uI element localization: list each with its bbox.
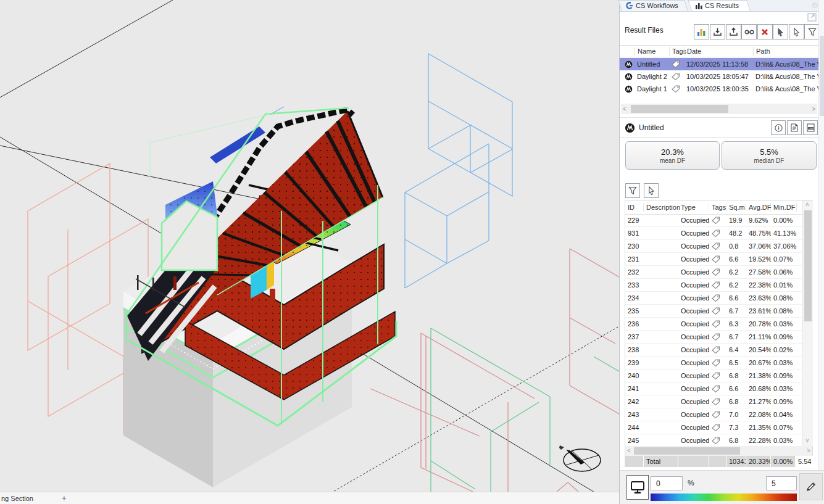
svg-text:CSV: CSV [808,128,813,130]
tab-label: CS Workflows [636,2,678,9]
files-horizontal-scrollbar[interactable]: < > [621,104,817,114]
tag-icon [712,398,720,405]
zone-avg: 21.27% [746,398,771,405]
total-overall: 5.54 [796,456,814,467]
zone-col-tags[interactable]: Tags [709,203,726,212]
col-tags[interactable]: Tags [669,47,684,56]
zone-sqm: 6.8 [726,372,746,379]
filter-funnel-icon [808,28,817,36]
result-file-row[interactable]: Daylight 210/03/2025 18:05:47D:\lit& Acu… [620,70,818,83]
zone-row[interactable]: 238Occupied6.420.54%0.02% [625,344,802,357]
climatestudio-window: ng Section + CS Workflows [0,0,824,504]
cursor-filled-icon [776,28,784,36]
tag-icon [712,255,720,263]
import-result-button[interactable] [710,24,725,39]
file-name: Daylight 2 [635,73,669,80]
zone-type: Occupied [678,242,709,250]
zone-col-avgdf[interactable]: Avg.DF [746,203,771,212]
mean-df-value: 20.3% [661,147,684,157]
zone-avg: 23.61% [746,307,771,315]
zone-col-sqm[interactable]: Sq.m [726,203,746,212]
result-file-row[interactable]: Daylight 110/03/2025 18:00:35D:\lit& Acu… [620,83,818,95]
zone-col-id[interactable]: ID [625,203,644,212]
col-name[interactable]: Name [635,47,669,56]
scrollbar-thumb[interactable] [631,105,728,113]
report-button[interactable] [787,120,802,135]
total-avg: 20.33% [746,456,771,467]
col-date[interactable]: Date [684,47,753,56]
panel-scrollbar[interactable] [818,0,824,470]
link-result-button[interactable] [741,24,757,39]
median-df-stat[interactable]: 5.5% median DF [722,141,817,170]
scroll-right-icon[interactable]: > [807,445,810,456]
zone-id: 240 [625,372,644,379]
scrollbar-thumb[interactable] [804,210,812,321]
export-result-button[interactable] [726,24,741,39]
zone-id: 231 [625,255,644,263]
daylight-result-icon [625,85,633,93]
scroll-down-icon[interactable]: ˅ [805,436,809,446]
scrollbar-thumb[interactable] [820,36,824,116]
info-button[interactable] [771,120,786,135]
zone-row[interactable]: 245Occupied6.822.28%0.03% [625,434,802,446]
tag-icon [712,294,720,302]
file-name: Untitled [635,60,669,68]
zone-row[interactable]: 234Occupied6.623.63%0.08% [625,292,802,305]
scroll-left-icon[interactable]: < [623,104,626,114]
legend-min-input[interactable] [651,476,683,490]
col-path[interactable]: Path [753,47,818,56]
zone-row[interactable]: 229Occupied19.99.62%0.00% [625,214,802,227]
zone-row[interactable]: 242Occupied6.821.27%0.09% [625,395,802,408]
scroll-up-icon[interactable]: ˄ [805,199,809,210]
display-toggle-button[interactable] [626,475,649,500]
filter-zones-button[interactable] [625,183,640,198]
tab-cs-workflows[interactable]: CS Workflows [622,0,688,11]
tag-icon [712,281,720,289]
zone-row[interactable]: 232Occupied6.227.58%0.06% [625,266,802,279]
model-viewport[interactable] [0,0,619,492]
edit-legend-button[interactable] [799,473,823,500]
chart-button[interactable] [694,24,709,39]
csv-export-button[interactable]: CSV [803,120,818,135]
scroll-left-icon[interactable]: < [627,445,631,456]
zone-col-type[interactable]: Type [678,203,709,212]
zone-row[interactable]: 240Occupied6.821.38%0.09% [625,370,802,382]
import-icon [713,27,722,36]
zone-row[interactable]: 243Occupied7.022.08%0.04% [625,408,802,421]
zone-row[interactable]: 230Occupied0.837.06%37.06% [625,240,802,253]
select-zones-button[interactable] [644,183,659,198]
zone-col-description[interactable]: Description [644,203,678,212]
result-file-row[interactable]: Untitled12/03/2025 11:13:58D:\lit& Acus\… [620,58,818,70]
monitor-icon [630,480,645,495]
select-outline-button[interactable] [789,24,804,39]
scrollbar-thumb[interactable] [634,447,740,455]
status-text: ng Section [1,495,33,502]
zone-row[interactable]: 237Occupied6.721.11%0.09% [625,331,802,344]
zone-row[interactable]: 931Occupied48.248.75%41.13% [625,227,802,240]
zone-row[interactable]: 233Occupied6.222.38%0.01% [625,279,802,292]
zone-row[interactable]: 231Occupied6.619.52%0.07% [625,253,802,266]
tab-cs-results[interactable]: CS Results [691,0,751,11]
expand-panel-icon[interactable] [807,13,817,22]
delete-result-button[interactable] [757,24,773,39]
zone-col-mindf[interactable]: Min.DF [771,203,797,212]
zone-row[interactable]: 235Occupied6.723.61%0.08% [625,305,802,318]
zone-avg: 22.38% [746,281,771,289]
zone-type: Occupied [678,268,709,276]
daylight-result-icon [625,123,635,133]
filter-results-button[interactable] [804,24,820,39]
zone-horizontal-scrollbar[interactable]: < > [625,446,812,456]
mean-df-stat[interactable]: 20.3% mean DF [625,141,720,170]
zone-row[interactable]: 241Occupied6.620.68%0.03% [625,382,802,395]
color-scale-gradient[interactable] [651,494,797,501]
zone-row[interactable]: 244Occupied7.321.35%0.07% [625,421,802,434]
zone-row[interactable]: 239Occupied6.520.67%0.03% [625,357,802,370]
zone-id: 233 [625,281,644,289]
legend-max-input[interactable] [766,476,797,490]
tag-icon [712,437,720,444]
zone-vertical-scrollbar[interactable]: ˄ ˅ [802,200,813,446]
scroll-right-icon[interactable]: > [812,104,815,114]
zone-avg: 22.08% [746,411,771,418]
zone-row[interactable]: 236Occupied6.320.78%0.03% [625,318,802,331]
select-filled-button[interactable] [773,24,788,39]
